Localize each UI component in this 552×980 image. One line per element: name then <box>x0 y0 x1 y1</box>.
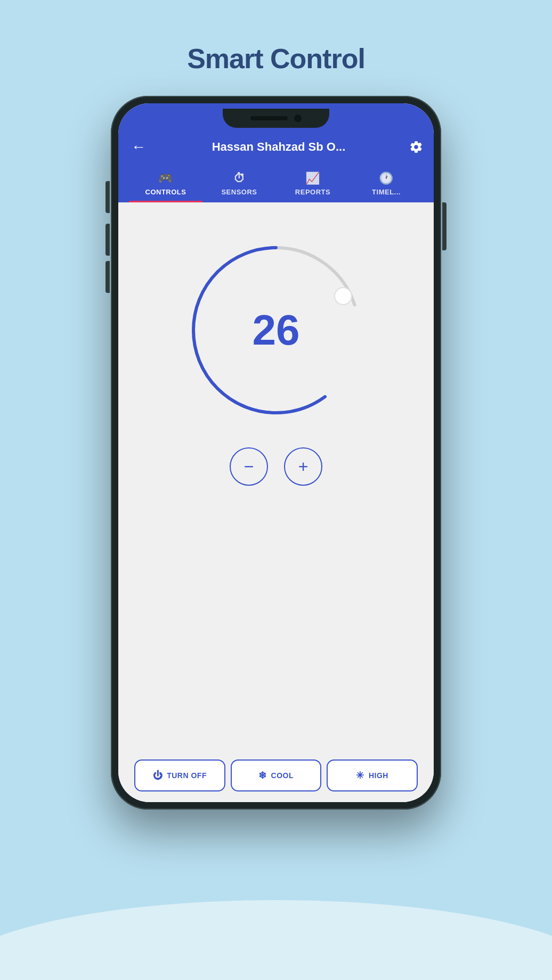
tab-sensors-label: SENSORS <box>221 188 257 196</box>
cool-button[interactable]: ❄ COOL <box>231 760 322 791</box>
reports-icon: 📈 <box>305 172 320 185</box>
back-button[interactable]: ← <box>129 136 148 158</box>
tab-bar: 🎮 CONTROLS ⏱ SENSORS 📈 REPORTS 🕐 TIMEL..… <box>129 166 423 202</box>
tab-controls[interactable]: 🎮 CONTROLS <box>129 166 202 202</box>
notch-area <box>118 103 434 130</box>
snowflake-icon: ❄ <box>258 770 267 781</box>
high-button[interactable]: ✳ HIGH <box>327 760 418 791</box>
settings-icon[interactable] <box>409 140 423 154</box>
tab-timelapse-label: TIMEL... <box>372 188 401 196</box>
action-buttons-row: ⏻ TURN OFF ❄ COOL ✳ HIGH <box>129 760 423 791</box>
decrement-button[interactable]: − <box>230 447 268 486</box>
speaker <box>250 116 288 120</box>
sensors-icon: ⏱ <box>233 172 246 185</box>
phone-shell: ← Hassan Shahzad Sb O... 🎮 CONTROLS ⏱ SE… <box>111 96 441 810</box>
camera <box>294 115 302 122</box>
fan-icon: ✳ <box>356 770 364 781</box>
app-header: ← Hassan Shahzad Sb O... 🎮 CONTROLS ⏱ SE… <box>118 130 434 202</box>
tab-controls-label: CONTROLS <box>145 188 186 196</box>
cool-label: COOL <box>271 771 294 780</box>
turn-off-button[interactable]: ⏻ TURN OFF <box>134 760 225 791</box>
high-label: HIGH <box>369 771 388 780</box>
power-icon: ⏻ <box>153 770 163 781</box>
temp-controls: − + <box>230 447 322 486</box>
tab-reports-label: REPORTS <box>295 188 330 196</box>
tab-sensors[interactable]: ⏱ SENSORS <box>202 166 276 202</box>
temperature-dial[interactable]: 26 <box>175 229 377 431</box>
notch <box>223 109 329 128</box>
increment-button[interactable]: + <box>284 447 322 486</box>
header-top: ← Hassan Shahzad Sb O... <box>129 136 423 158</box>
controls-icon: 🎮 <box>158 172 173 185</box>
temperature-value: 26 <box>253 306 300 355</box>
turn-off-label: TURN OFF <box>167 771 207 780</box>
page-title: Smart Control <box>187 43 365 75</box>
timelapse-icon: 🕐 <box>379 172 394 185</box>
phone-screen: ← Hassan Shahzad Sb O... 🎮 CONTROLS ⏱ SE… <box>118 103 434 802</box>
svg-point-2 <box>335 288 352 305</box>
tab-reports[interactable]: 📈 REPORTS <box>276 166 350 202</box>
main-content: 26 − + ⏻ TURN OFF ❄ COOL ✳ HIGH <box>118 202 434 802</box>
header-title: Hassan Shahzad Sb O... <box>148 140 409 154</box>
tab-timelapse[interactable]: 🕐 TIMEL... <box>350 166 423 202</box>
